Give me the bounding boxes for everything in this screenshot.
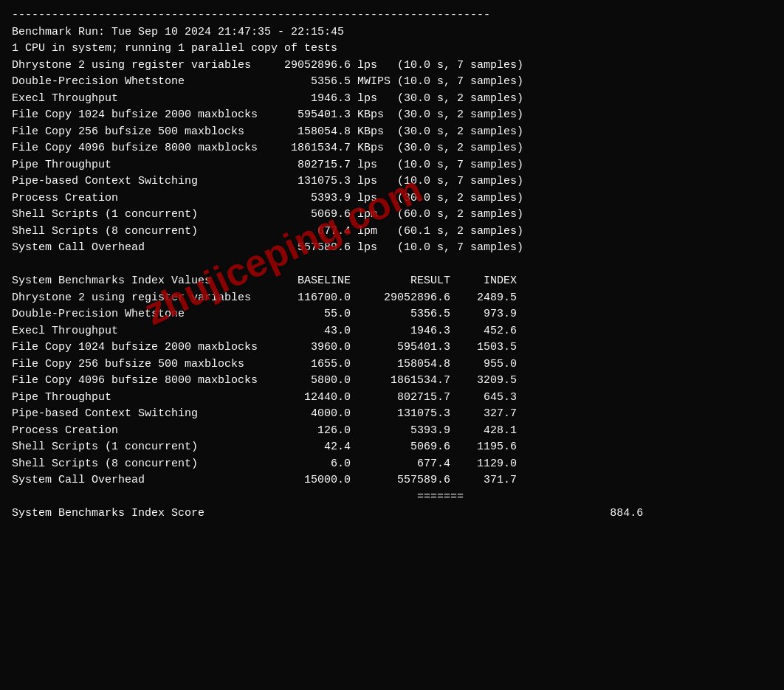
measurement-row: File Copy 4096 bufsize 8000 maxblocks 18…: [12, 142, 523, 154]
score-section: ======= System Benchmarks Index Score 88…: [12, 489, 772, 522]
index-data-row: File Copy 1024 bufsize 2000 maxblocks 39…: [12, 341, 517, 353]
measurement-row: Shell Scripts (8 concurrent) 677.4 lpm (…: [12, 225, 523, 238]
separator-line: ----------------------------------------…: [12, 9, 490, 21]
score-separator: =======: [12, 491, 464, 503]
header-line2: 1 CPU in system; running 1 parallel copy…: [12, 42, 337, 55]
score-row: System Benchmarks Index Score 884.6: [12, 507, 643, 520]
measurement-row: System Call Overhead 557589.6 lps (10.0 …: [12, 241, 523, 254]
index-data-row: Shell Scripts (8 concurrent) 6.0 677.4 1…: [12, 458, 517, 470]
index-section: System Benchmarks Index Values BASELINE …: [12, 273, 772, 489]
index-data-row: Dhrystone 2 using register variables 116…: [12, 291, 517, 304]
index-data-row: System Call Overhead 15000.0 557589.6 37…: [12, 474, 517, 486]
measurement-row: Pipe Throughput 802715.7 lps (10.0 s, 7 …: [12, 159, 523, 171]
index-data-row: Shell Scripts (1 concurrent) 42.4 5069.6…: [12, 441, 517, 453]
index-pre: System Benchmarks Index Values BASELINE …: [12, 273, 772, 489]
measurement-row: File Copy 256 bufsize 500 maxblocks 1580…: [12, 125, 523, 138]
measurement-row: Process Creation 5393.9 lps (30.0 s, 2 s…: [12, 192, 523, 204]
index-data-row: File Copy 4096 bufsize 8000 maxblocks 58…: [12, 374, 517, 387]
measurement-row: Pipe-based Context Switching 131075.3 lp…: [12, 175, 523, 187]
measurements-pre: Dhrystone 2 using register variables 290…: [12, 58, 772, 257]
index-data-row: Pipe Throughput 12440.0 802715.7 645.3: [12, 391, 517, 404]
index-data-row: Execl Throughput 43.0 1946.3 452.6: [12, 325, 517, 337]
index-data-row: Process Creation 126.0 5393.9 428.1: [12, 424, 517, 437]
index-data-row: Double-Precision Whetstone 55.0 5356.5 9…: [12, 308, 517, 320]
measurement-row: Dhrystone 2 using register variables 290…: [12, 59, 523, 72]
measurements-section: Dhrystone 2 using register variables 290…: [12, 58, 772, 257]
terminal-output: ----------------------------------------…: [12, 7, 772, 58]
measurement-row: Shell Scripts (1 concurrent) 5069.6 lpm …: [12, 208, 523, 221]
measurement-row: Execl Throughput 1946.3 lps (30.0 s, 2 s…: [12, 92, 523, 105]
index-data-row: File Copy 256 bufsize 500 maxblocks 1655…: [12, 358, 517, 370]
blank-line: [12, 257, 772, 274]
header-line1: Benchmark Run: Tue Sep 10 2024 21:47:35 …: [12, 26, 344, 38]
measurement-row: File Copy 1024 bufsize 2000 maxblocks 59…: [12, 108, 523, 121]
measurement-row: Double-Precision Whetstone 5356.5 MWIPS …: [12, 75, 523, 88]
index-data-row: Pipe-based Context Switching 4000.0 1310…: [12, 407, 517, 420]
index-header-row: System Benchmarks Index Values BASELINE …: [12, 275, 517, 287]
